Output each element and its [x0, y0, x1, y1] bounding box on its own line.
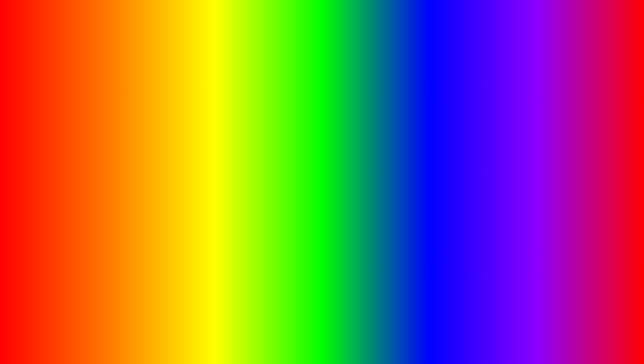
area-panel-right: ||--Area Farming--|| ≡ Select Area Refre… [449, 120, 531, 178]
nearest-farm-cb-left[interactable] [35, 142, 39, 145]
sever-boost-dmg-row-left: Sever Boost Triple Damage [117, 133, 193, 136]
main-title: PET SIMULATOR X [3, 9, 641, 53]
nav-maineggs-right[interactable]: Main Eggs • [497, 114, 517, 119]
stats-tracker-label-right: Stats Tracker [538, 155, 556, 158]
star2: ✦ [600, 266, 604, 272]
mastery-list-icon-left: ≡ [35, 155, 37, 158]
sever-boost-coins-label-right: Sever Boost Triple Coins [533, 129, 566, 132]
auto-leave-row-right: Auto Leave if Mod Join [533, 150, 609, 154]
area-header-left: ||--Area Farming--|| [35, 122, 111, 127]
auto-boost-coins-label-right: Auto Boost Triple Coins [538, 142, 569, 145]
hide-coins-row-right: Hide Coins [533, 159, 609, 162]
list-icon-right: ≡ [452, 129, 454, 132]
block-farm-row-right: Enabled Block Farm [452, 154, 528, 157]
fruit-farm-cb-right[interactable] [452, 150, 455, 153]
block-farm-label-right: Enabled Block Farm [456, 154, 484, 157]
nearest-farm-row-left: Enabled Nearest Farm [35, 142, 111, 145]
stats-tracker-row-left: Stats Tracker [117, 155, 193, 158]
auto-boost-coins-cb-right[interactable] [533, 142, 537, 145]
en-cb-left[interactable] [35, 138, 39, 141]
mastery-select-label-left: Select Mastery - Coins Mastery [39, 155, 80, 158]
title-main: PET SIMULATOR [131, 7, 473, 55]
mastery-select-row-left[interactable]: ≡ Select Mastery - Coins Mastery [35, 155, 111, 158]
en-label-left: En... [40, 138, 46, 141]
win-icon-left: 🐾 [35, 107, 41, 112]
win-title-left: Mobile - Pet Simulator X [43, 107, 85, 111]
thumb-inner: ✦ ✦ ✦ ✦ [556, 264, 607, 314]
auto-boost-dmg-cb-right[interactable] [533, 137, 537, 141]
auto-boost-coins-row-right: Auto Boost Triple Coins [533, 142, 609, 145]
enable-area-label-left: Enable Area Farm [40, 133, 64, 137]
auto-boost-dmg-cb-left[interactable] [117, 137, 120, 141]
mastery-select-label-right: Select Mastery - Coins Mastery [455, 171, 497, 175]
select-area-row-right[interactable]: ≡ Select Area [452, 129, 528, 132]
select-area-row-left[interactable]: ≡ Select Area [35, 129, 111, 132]
win-title-right: Mobile - Pet Simulator X [459, 107, 501, 111]
pastebin-word: PASTEBIN [420, 327, 536, 353]
config-header-left: ||--Config Farming--|| [117, 122, 193, 127]
win-close-left[interactable]: ✕ [188, 107, 192, 112]
collect-lootbag-row-right: Collect Lootbag [533, 146, 609, 149]
sever-boost-dmg-label-right: Sever Boost Triple Damage [533, 133, 570, 136]
enable-area-cb-right[interactable] [452, 145, 455, 149]
ui-window-right: 🐾 Mobile - Pet Simulator X — ✕ • Home • … [448, 105, 612, 178]
nearest-farm-row-right: Enabled Nearest Farm [452, 158, 528, 162]
super-lag-btn-left[interactable]: Super Lag Reduction [117, 164, 193, 170]
hide-coins-row-left: Hide Coins [117, 159, 193, 162]
select-area-label-left: Select Area [39, 129, 54, 132]
hide-coins-cb-right[interactable] [533, 159, 537, 162]
refresh-area-btn[interactable]: Refresh Area [452, 133, 528, 139]
enable-area-cb-left[interactable] [35, 133, 39, 137]
stats-tracker-cb-right[interactable] [533, 155, 537, 158]
auto-boost-dmg-row-right: Auto Boost Triple Damage [533, 137, 609, 141]
win-minimize-left[interactable]: — [182, 107, 186, 112]
collect-lootbag-cb-left[interactable] [117, 146, 120, 149]
nearest-farm-cb-right[interactable] [452, 158, 455, 162]
collect-lootbag-cb-right[interactable] [533, 146, 537, 149]
win-body-left: ||--Area Farming--|| ≡ Select Area Enabl… [33, 120, 195, 172]
nav-home-right[interactable]: • Home • [451, 114, 467, 119]
en-row-left: En... [35, 138, 111, 141]
auto-leave-label-right: Auto Leave if Mod Join [538, 150, 569, 154]
area-panel-left: ||--Area Farming--|| ≡ Select Area Enabl… [33, 120, 114, 172]
sever-boost-coins-row-left: Sever Boost Triple Coins [117, 129, 193, 132]
nav-other-left[interactable]: • Other • [124, 114, 139, 119]
mastery-select-row-right[interactable]: ≡ Select Mastery - Coins Mastery [452, 171, 528, 175]
win-controls-left: — ✕ [182, 107, 192, 112]
config-header-right: ||--Config Farming--|| [533, 122, 609, 127]
sever-boost-dmg-row-right: Sever Boost Triple Damage [533, 133, 609, 136]
win-minimize-right[interactable]: — [598, 107, 603, 112]
enable-area-row-left: Enable Area Farm [35, 133, 111, 137]
nav-mainpets-right[interactable]: Main Pets • [519, 114, 539, 119]
block-farm-cb-right[interactable] [452, 154, 455, 157]
auto-leave-cb-right[interactable] [533, 150, 537, 154]
win-close-right[interactable]: ✕ [604, 107, 609, 112]
auto-boost-coins-row-left: Auto Boost Triple Coins [117, 142, 193, 145]
nav-home-left[interactable]: • Home • [35, 114, 50, 119]
nav-mainfarming-right[interactable]: • Main Farming • [469, 114, 495, 119]
star3: ✦ [558, 298, 562, 304]
nav-maineggs-left[interactable]: Main Eggs • [81, 114, 101, 119]
stats-tracker-cb-left[interactable] [117, 155, 120, 158]
config-panel-right: ||--Config Farming--|| Sever Boost Tripl… [531, 120, 612, 178]
stats-tracker-label-left: Stats Tracker [121, 155, 139, 158]
collect-lootbag-row-left: Collect Lootbag [117, 146, 193, 149]
nav-misc-right[interactable]: • Miscellaneous • [558, 114, 584, 119]
nav-mainfarming-left[interactable]: • Main Farming • [52, 114, 78, 119]
auto-boost-dmg-label-left: Auto Boost Triple Damage [121, 137, 156, 141]
collect-lootbag-label-left: Collect Lootbag [121, 146, 142, 149]
nav-other-right[interactable]: • Other • [541, 114, 556, 119]
type-farm-label-right: Type Farm - Multi Target - Smooth [455, 141, 501, 144]
enable-area-row-right: Enable Area Farm [452, 145, 528, 149]
win-navbar-right: • Home • • Main Farming • Main Eggs • Ma… [449, 113, 611, 120]
hide-coins-cb-left[interactable] [117, 159, 120, 162]
super-lag-btn-right[interactable]: Super Lag Reduction [533, 164, 609, 170]
nav-misc-left[interactable]: • Miscellaneous • [141, 114, 168, 119]
script-word: SCRIPT [328, 327, 413, 353]
fruit-farm-label-right: Enabled Fruit Farm [456, 150, 482, 153]
type-farm-row-right: ≡ Type Farm - Multi Target - Smooth [452, 141, 528, 144]
auto-boost-coins-cb-left[interactable] [117, 142, 120, 145]
auto-leave-cb-left[interactable] [117, 150, 120, 154]
nav-mainpets-left[interactable]: Main Pets • [103, 114, 122, 119]
area-header-right: ||--Area Farming--|| [452, 122, 528, 127]
